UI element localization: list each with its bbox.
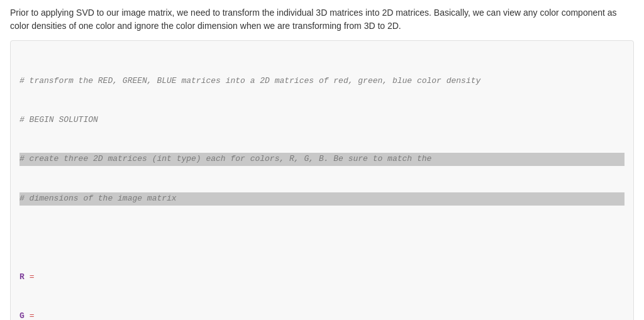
code-block: # transform the RED, GREEN, BLUE matrice… (10, 40, 634, 320)
code-comment-1: # transform the RED, GREEN, BLUE matrice… (19, 75, 625, 88)
code-r-assign: R = (19, 271, 625, 284)
code-comment-4: # dimensions of the image matrix (19, 192, 625, 206)
code-comment-3: # create three 2D matrices (int type) ea… (19, 153, 625, 166)
code-blank-1 (19, 231, 625, 245)
description-text: Prior to applying SVD to our image matri… (10, 6, 634, 33)
code-g-assign: G = (19, 310, 625, 320)
code-comment-2: # BEGIN SOLUTION (19, 114, 625, 127)
